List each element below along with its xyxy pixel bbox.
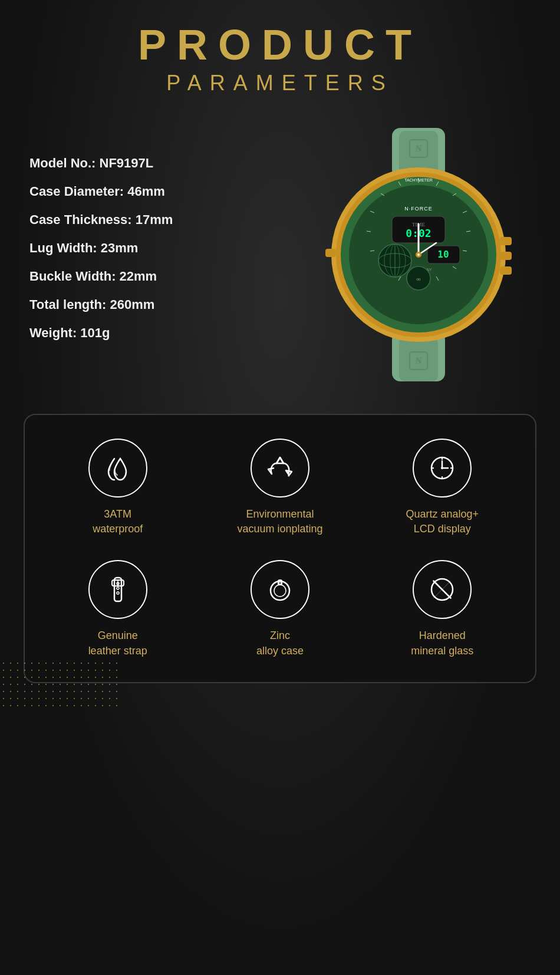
spec-item: Weight: 101g xyxy=(29,325,173,341)
svg-rect-14 xyxy=(500,252,512,260)
svg-point-65 xyxy=(271,581,289,600)
zinc-label: Zincalloy case xyxy=(256,628,304,658)
svg-point-66 xyxy=(274,585,286,597)
svg-text:N: N xyxy=(416,144,421,153)
glass-icon-circle xyxy=(413,560,472,619)
feature-display: Quartz analog+LCD display xyxy=(367,439,518,536)
features-grid: 3ATMwaterproof xyxy=(42,439,518,658)
svg-text:N: N xyxy=(416,357,421,365)
watch-case-icon xyxy=(266,575,294,604)
glass-label: Hardenedmineral glass xyxy=(411,628,473,658)
feature-ionplating: Environmentalvacuum ionplating xyxy=(205,439,355,536)
features-box: 3ATMwaterproof xyxy=(24,414,536,683)
svg-rect-13 xyxy=(500,237,512,245)
ionplating-label: Environmentalvacuum ionplating xyxy=(237,507,322,536)
svg-point-49 xyxy=(417,253,420,256)
specs-list: Model No.: NF9197LCase Diameter: 46mmCas… xyxy=(29,156,173,354)
leather-icon-circle xyxy=(88,560,147,619)
waterproof-label: 3ATMwaterproof xyxy=(93,507,143,536)
water-drop-icon xyxy=(104,454,132,482)
gold-dots-decoration xyxy=(0,660,118,707)
feature-waterproof: 3ATMwaterproof xyxy=(42,439,193,536)
leather-label: Genuineleather strap xyxy=(88,628,147,658)
spec-item: Total length: 260mm xyxy=(29,297,173,312)
feature-leather: Genuineleather strap xyxy=(42,560,193,658)
feature-zinc: Zincalloy case xyxy=(205,560,355,658)
svg-point-54 xyxy=(441,467,443,469)
clock-icon xyxy=(428,454,456,482)
svg-rect-15 xyxy=(500,266,512,275)
header-section: PRODUCT PARAMETERS xyxy=(18,24,542,95)
spec-item: Lug Width: 23mm xyxy=(29,241,173,256)
title-line2: PARAMETERS xyxy=(18,71,542,95)
feature-glass: Hardenedmineral glass xyxy=(367,560,518,658)
specs-watch-section: Model No.: NF9197LCase Diameter: 46mmCas… xyxy=(18,125,542,384)
strap-icon xyxy=(104,575,132,604)
title-line1: PRODUCT xyxy=(18,24,542,66)
recycle-icon xyxy=(266,454,294,482)
spec-item: Case Diameter: 46mm xyxy=(29,184,173,199)
svg-text:N·FORCE: N·FORCE xyxy=(404,206,433,212)
watch-image: N N TACHYMETER xyxy=(307,125,531,384)
svg-point-62 xyxy=(117,592,119,594)
display-icon-circle xyxy=(413,439,472,498)
spec-item: Model No.: NF9197L xyxy=(29,156,173,171)
spec-item: Buckle Width: 22mm xyxy=(29,269,173,284)
svg-point-61 xyxy=(117,587,119,589)
display-label: Quartz analog+LCD display xyxy=(406,507,479,536)
ionplating-icon-circle xyxy=(251,439,309,498)
mineral-glass-icon xyxy=(428,575,456,604)
waterproof-icon-circle xyxy=(88,439,147,498)
svg-text:00: 00 xyxy=(417,277,421,282)
page-wrapper: PRODUCT PARAMETERS Model No.: NF9197LCas… xyxy=(0,0,560,707)
svg-text:10: 10 xyxy=(437,249,449,260)
svg-rect-16 xyxy=(325,249,336,257)
zinc-icon-circle xyxy=(251,560,309,619)
spec-item: Case Thickness: 17mm xyxy=(29,212,173,228)
